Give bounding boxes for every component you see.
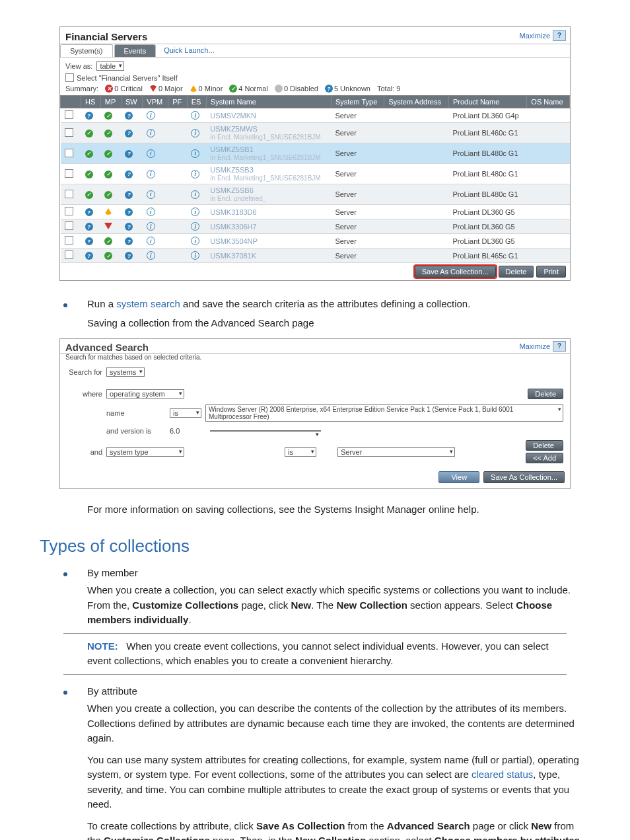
add-button[interactable]: << Add <box>526 453 563 463</box>
row-checkbox[interactable] <box>65 236 73 245</box>
col-sw[interactable]: SW <box>121 96 142 108</box>
attr2-select[interactable]: system type <box>106 447 184 457</box>
bymember-label: By member <box>87 566 138 581</box>
unknown-icon: ? <box>325 85 333 93</box>
table-row[interactable]: ??iiUSMK3183D6ServerProLiant DL360 G5 <box>61 205 570 219</box>
print-button[interactable]: Print <box>536 266 566 278</box>
advanced-search-screenshot: Advanced Search Maximize ? Search for ma… <box>59 338 571 489</box>
delete-button[interactable]: Delete <box>499 266 534 278</box>
row-checkbox[interactable] <box>65 207 73 215</box>
row-checkbox[interactable] <box>65 190 73 198</box>
col-os-name[interactable]: OS Name <box>527 96 570 108</box>
op1-select[interactable]: is <box>170 408 201 418</box>
table-row[interactable]: ??iiUSMK3306H7ServerProLiant DL360 G5 <box>61 219 570 234</box>
where-label: where <box>67 390 102 398</box>
searchfor-label: Search for <box>67 368 102 376</box>
row-checkbox[interactable] <box>65 128 73 137</box>
os-value-select[interactable]: Windows Server (R) 2008 Enterprise, x64 … <box>205 404 563 422</box>
disabled-icon <box>275 85 283 93</box>
and-delete-button[interactable]: Delete <box>526 440 563 451</box>
col-product-name[interactable]: Product Name <box>448 96 526 108</box>
table-row[interactable]: ?✓?iiUSMSV2MKNServerProLiant DL360 G4p <box>61 108 570 123</box>
viewas-select[interactable]: table <box>96 61 124 71</box>
minor-icon <box>190 85 197 92</box>
fs-title: Financial Servers <box>60 27 153 44</box>
col-system-address[interactable]: System Address <box>384 96 449 108</box>
financial-servers-screenshot: Financial Servers Maximize ? System(s) E… <box>59 26 571 281</box>
saving-caption: Saving a collection from the Advanced Se… <box>87 316 590 331</box>
types-heading: Types of collections <box>40 536 590 556</box>
row-checkbox[interactable] <box>65 149 73 157</box>
searchfor-select[interactable]: systems <box>106 367 145 377</box>
help-icon[interactable]: ? <box>553 30 566 41</box>
summary-row: Summary: ✕0 Critical 0 Major 0 Minor ✓4 … <box>60 83 570 95</box>
col-system-name[interactable]: System Name <box>206 96 331 108</box>
adv-title: Advanced Search <box>65 342 149 353</box>
col-mp[interactable]: MP <box>100 96 121 108</box>
byattr-p1: When you create a collection, you can de… <box>87 701 590 746</box>
byattr-label: By attribute <box>87 684 137 699</box>
critical-icon: ✕ <box>105 85 113 93</box>
ver-select[interactable] <box>210 430 321 432</box>
bullet-icon <box>63 572 67 576</box>
table-row[interactable]: ?✓?iiUSMK3504NPServerProLiant DL360 G5 <box>61 234 570 248</box>
row-checkbox[interactable] <box>65 110 73 119</box>
row-checkbox[interactable] <box>65 169 73 178</box>
name-label: name <box>106 409 166 417</box>
where-delete-button[interactable]: Delete <box>528 389 563 399</box>
major-icon <box>149 85 157 92</box>
col-es[interactable]: ES <box>187 96 206 108</box>
server-select[interactable]: Server <box>337 447 455 457</box>
select-itself-label: Select "Financial Servers" Itself <box>77 74 178 82</box>
bullet-system-search: Run a system search and save the search … <box>87 297 470 312</box>
table-row[interactable]: ✓✓?iiUSMKZ5SB6in Encl. undefined_ServerP… <box>61 184 570 205</box>
table-row[interactable]: ✓✓?iiUSMKZ5SB1in Encl. Marketing1_SNUSE6… <box>61 143 570 164</box>
col-vpm[interactable]: VPM <box>143 96 168 108</box>
note-block: NOTE: When you create event collections,… <box>87 639 567 669</box>
servers-table: HSMPSWVPMPFESSystem NameSystem TypeSyste… <box>60 95 570 263</box>
table-row[interactable]: ✓✓?iiUSMKZ5MWSin Encl. Marketing1_SNUSE6… <box>61 123 570 143</box>
col-system-type[interactable]: System Type <box>331 96 384 108</box>
bullet-icon <box>63 303 67 307</box>
ver-value: 6.0 <box>170 427 180 435</box>
viewas-label: View as: <box>65 62 92 70</box>
system-search-link[interactable]: system search <box>116 298 180 309</box>
bullet-icon <box>63 691 67 695</box>
adv-maximize-link[interactable]: Maximize <box>520 342 550 350</box>
row-checkbox[interactable] <box>65 221 73 230</box>
andver-label: and version is <box>106 427 166 435</box>
attr1-select[interactable]: operating system <box>106 389 184 399</box>
byattr-p3: To create collections by attribute, clic… <box>87 819 590 841</box>
col-hs[interactable]: HS <box>81 96 101 108</box>
bymember-para: When you create a collection, you can se… <box>87 583 590 628</box>
col-pf[interactable]: PF <box>168 96 188 108</box>
tab-events[interactable]: Events <box>114 44 157 57</box>
adv-help-icon[interactable]: ? <box>553 341 566 352</box>
maximize-link[interactable]: Maximize <box>520 32 550 40</box>
byattr-p2: You can use many system attributes for c… <box>87 753 590 812</box>
summary-total: Total: 9 <box>377 85 400 93</box>
quick-launch-link[interactable]: Quick Launch... <box>157 44 221 57</box>
more-info-text: For more information on saving collectio… <box>87 502 590 517</box>
adv-save-collection-button[interactable]: Save As Collection... <box>483 471 565 483</box>
row-checkbox[interactable] <box>65 250 73 259</box>
select-itself-checkbox[interactable] <box>65 73 74 82</box>
save-as-collection-button[interactable]: Save As Collection... <box>415 266 496 278</box>
op2-select[interactable]: is <box>285 447 316 457</box>
tab-systems[interactable]: System(s) <box>60 44 113 57</box>
and-label: and <box>67 448 102 456</box>
summary-label: Summary: <box>65 85 98 93</box>
adv-subtitle: Search for matches based on selected cri… <box>60 354 570 365</box>
table-row[interactable]: ✓✓?iiUSMKZ5SB3in Encl. Marketing1_SNUSE6… <box>61 164 570 184</box>
normal-icon: ✓ <box>229 85 237 93</box>
view-button[interactable]: View <box>438 471 479 483</box>
cleared-status-link[interactable]: cleared status <box>472 769 533 780</box>
table-row[interactable]: ?✓?iiUSMK37081KServerProLiant BL465c G1 <box>61 248 570 263</box>
